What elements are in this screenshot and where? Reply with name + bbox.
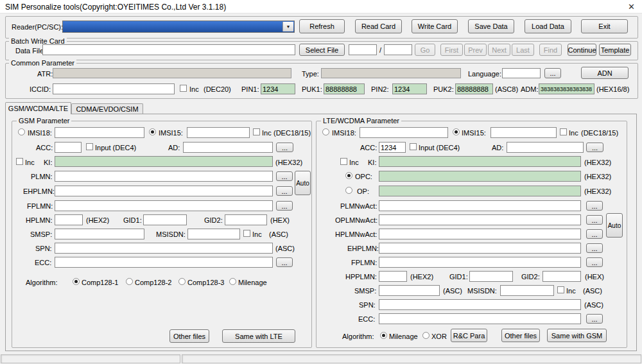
go-button[interactable]: Go bbox=[415, 44, 435, 56]
chevron-down-icon[interactable]: ▼ bbox=[282, 22, 293, 31]
gsm-alg-milenage-radio[interactable] bbox=[229, 278, 236, 285]
lte-acc-input[interactable] bbox=[379, 142, 406, 153]
close-icon[interactable]: ✕ bbox=[627, 2, 636, 12]
gsm-imsi18-input[interactable] bbox=[55, 127, 144, 138]
lte-same-with-gsm-button[interactable]: Same with GSM bbox=[547, 329, 607, 342]
batch-index-input[interactable] bbox=[349, 44, 377, 55]
select-file-button[interactable]: Select File bbox=[299, 44, 345, 56]
last-button[interactable]: Last bbox=[512, 44, 534, 56]
lte-ad-more-button[interactable]: ... bbox=[586, 143, 603, 152]
gsm-gid1-input[interactable] bbox=[143, 214, 187, 225]
lte-oplmnwact-input[interactable] bbox=[379, 214, 581, 225]
lte-hplmnwact-more-button[interactable]: ... bbox=[586, 229, 603, 239]
lte-rc-para-button[interactable]: R&C Para bbox=[451, 329, 487, 342]
lte-op-input[interactable] bbox=[379, 186, 581, 196]
gsm-imsi18-radio[interactable] bbox=[18, 128, 25, 135]
gsm-msisdn-input[interactable] bbox=[187, 229, 240, 239]
adm-input[interactable] bbox=[539, 83, 594, 94]
lte-ki-inc-checkbox[interactable] bbox=[340, 158, 347, 165]
write-card-button[interactable]: Write Card bbox=[412, 19, 458, 33]
lte-alg-milenage-radio[interactable] bbox=[380, 332, 387, 339]
lte-ehplmn-more-button[interactable]: ... bbox=[586, 243, 603, 253]
lte-ki-input[interactable] bbox=[379, 156, 581, 167]
gsm-hplmn-input[interactable] bbox=[55, 214, 83, 225]
lte-auto-button[interactable]: Auto bbox=[606, 213, 623, 238]
gsm-imsi-inc-checkbox[interactable] bbox=[253, 128, 260, 135]
lte-opc-input[interactable] bbox=[379, 171, 581, 182]
puk1-input[interactable] bbox=[324, 83, 365, 94]
gsm-ecc-input[interactable] bbox=[55, 257, 273, 268]
lte-smsp-input[interactable] bbox=[379, 285, 440, 296]
gsm-plmn-input[interactable] bbox=[55, 171, 273, 182]
gsm-same-with-lte-button[interactable]: Same with LTE bbox=[222, 329, 295, 343]
find-button[interactable]: Find bbox=[539, 44, 562, 56]
gsm-spn-input[interactable] bbox=[55, 243, 273, 254]
gsm-ehplmn-more-button[interactable]: ... bbox=[276, 186, 293, 196]
lte-spn-input[interactable] bbox=[379, 299, 581, 310]
gsm-other-files-button[interactable]: Other files bbox=[169, 329, 209, 343]
lte-imsi18-radio[interactable] bbox=[322, 128, 329, 135]
lte-fplmn-more-button[interactable]: ... bbox=[586, 257, 603, 267]
lte-gid2-input[interactable] bbox=[542, 271, 581, 282]
batch-total-input[interactable] bbox=[384, 44, 412, 55]
gsm-auto-button[interactable]: Auto bbox=[295, 171, 311, 195]
gsm-acc-input-checkbox[interactable] bbox=[86, 143, 93, 150]
exit-button[interactable]: Exit bbox=[581, 19, 628, 33]
refresh-button[interactable]: Refresh bbox=[299, 19, 345, 33]
gsm-alg-comp128-3-radio[interactable] bbox=[178, 278, 186, 285]
lte-other-files-button[interactable]: Other files bbox=[501, 329, 540, 342]
gsm-ki-inc-checkbox[interactable] bbox=[16, 158, 23, 165]
lte-imsi15-input[interactable] bbox=[490, 127, 557, 138]
lte-acc-input-checkbox[interactable] bbox=[410, 143, 417, 150]
lte-oplmnwact-more-button[interactable]: ... bbox=[586, 215, 603, 225]
puk2-input[interactable] bbox=[455, 83, 493, 94]
lte-imsi-inc-checkbox[interactable] bbox=[560, 128, 567, 135]
reader-combobox[interactable]: ▼ bbox=[62, 21, 295, 33]
continue-button[interactable]: Continue bbox=[568, 44, 596, 56]
gsm-gid2-input[interactable] bbox=[225, 214, 267, 225]
lte-imsi15-radio[interactable] bbox=[453, 128, 460, 135]
gsm-ecc-more-button[interactable]: ... bbox=[276, 257, 293, 267]
language-input[interactable] bbox=[502, 68, 541, 78]
lte-op-radio[interactable] bbox=[345, 187, 352, 194]
pin1-input[interactable] bbox=[261, 83, 295, 94]
load-data-button[interactable]: Load Data bbox=[525, 19, 571, 33]
iccid-inc-checkbox[interactable] bbox=[180, 85, 187, 92]
gsm-imsi15-radio[interactable] bbox=[149, 128, 156, 135]
lte-imsi18-input[interactable] bbox=[360, 127, 448, 138]
gsm-fplmn-more-button[interactable]: ... bbox=[276, 201, 293, 211]
lte-gid1-input[interactable] bbox=[469, 271, 513, 282]
language-more-button[interactable]: ... bbox=[544, 68, 561, 78]
lte-alg-xor-radio[interactable] bbox=[422, 332, 429, 339]
gsm-ehplmn-input[interactable] bbox=[55, 186, 273, 196]
iccid-input[interactable] bbox=[53, 83, 175, 94]
gsm-alg-comp128-1-radio[interactable] bbox=[73, 278, 80, 285]
lte-plmnwact-more-button[interactable]: ... bbox=[586, 201, 603, 211]
lte-msisdn-input[interactable] bbox=[500, 285, 554, 296]
pin2-input[interactable] bbox=[392, 83, 427, 94]
next-button[interactable]: Next bbox=[488, 44, 510, 56]
tab-cdma-evdo-csim[interactable]: CDMA/EVDO/CSIM bbox=[71, 103, 143, 114]
lte-msisdn-inc-checkbox[interactable] bbox=[557, 286, 564, 293]
tab-gsm-wcdma-lte[interactable]: GSM/WCDMA/LTE bbox=[5, 102, 71, 114]
lte-hplmnwact-input[interactable] bbox=[379, 229, 581, 239]
gsm-ad-input[interactable] bbox=[183, 142, 273, 153]
lte-ehplmn-input[interactable] bbox=[379, 243, 581, 254]
gsm-msisdn-inc-checkbox[interactable] bbox=[243, 230, 250, 237]
lte-ecc-input[interactable] bbox=[379, 313, 581, 324]
gsm-acc-input[interactable] bbox=[55, 142, 82, 153]
read-card-button[interactable]: Read Card bbox=[355, 19, 402, 33]
lte-ad-input[interactable] bbox=[507, 142, 584, 153]
first-button[interactable]: First bbox=[440, 44, 463, 56]
gsm-fplmn-input[interactable] bbox=[55, 200, 273, 211]
gsm-smsp-input[interactable] bbox=[55, 229, 144, 239]
gsm-imsi15-input[interactable] bbox=[187, 127, 250, 138]
prev-button[interactable]: Prev bbox=[464, 44, 487, 56]
lte-opc-radio[interactable] bbox=[345, 172, 352, 179]
gsm-plmn-more-button[interactable]: ... bbox=[276, 171, 293, 181]
lte-hpplmn-input[interactable] bbox=[379, 271, 407, 282]
gsm-alg-comp128-2-radio[interactable] bbox=[126, 278, 133, 285]
save-data-button[interactable]: Save Data bbox=[468, 19, 514, 33]
lte-plmnwact-input[interactable] bbox=[379, 200, 581, 211]
gsm-ki-input[interactable] bbox=[55, 156, 273, 167]
